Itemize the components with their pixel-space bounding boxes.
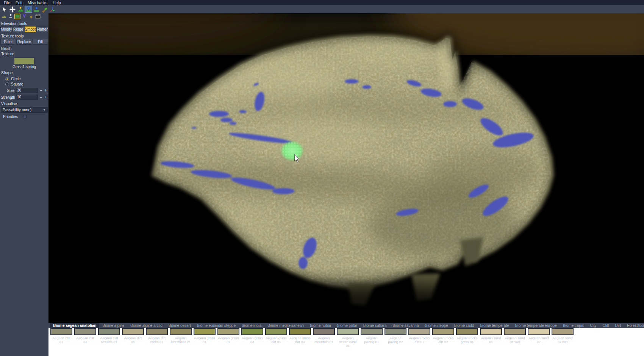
texture-item-aegean-rocks-grass-01[interactable]: Aegean rocks grass 01 [456, 328, 478, 344]
tab-biome-desert[interactable]: Biome desert [166, 323, 194, 328]
shape-square-option[interactable]: Square [5, 82, 48, 86]
select-tool-button[interactable] [1, 6, 8, 13]
texture-thumbnail[interactable] [385, 328, 406, 335]
texture-thumbnail[interactable] [265, 328, 287, 335]
texture-thumbnail[interactable] [289, 328, 311, 335]
tab-cliff[interactable]: Cliff [599, 323, 612, 328]
texture-item-aegean-sand-01-wet[interactable]: Aegean sand 01 wet [504, 328, 526, 344]
strength-decrement-button[interactable]: − [39, 95, 43, 99]
passability-dropdown[interactable]: Passability none) ▼ [1, 107, 48, 113]
texture-item-aegean-dirt-rocks-01[interactable]: Aegean dirt rocks 01 [146, 328, 168, 344]
axes-gizmo-button[interactable] [48, 6, 56, 13]
tab-biome-sudd[interactable]: Biome sudd [451, 323, 477, 328]
fill-button[interactable]: Fill [33, 39, 48, 45]
texture-item-aegean-rocks-dirt-01[interactable]: Aegean rocks dirt 01 [408, 328, 430, 344]
texture-thumbnail[interactable] [170, 328, 192, 335]
tab-biome-steppe[interactable]: Biome steppe [422, 323, 451, 328]
texture-thumbnail[interactable] [98, 328, 120, 335]
smooth-button[interactable]: Smooth [25, 26, 36, 32]
size-increment-button[interactable]: + [44, 88, 48, 93]
brush-texture-swatch[interactable] [14, 58, 34, 64]
flatten-button[interactable]: Flatten [36, 26, 48, 32]
texture-thumbnail[interactable] [313, 328, 335, 335]
menu-item-file[interactable]: File [1, 0, 13, 5]
circle-radio[interactable] [5, 77, 9, 81]
texture-thumbnail[interactable] [432, 328, 454, 335]
texture-thumbnail[interactable] [194, 328, 216, 335]
texture-thumbnail[interactable] [50, 328, 72, 335]
tab-biome-nubia[interactable]: Biome nubia [307, 323, 334, 328]
texture-item-aegean-grass-dirt-01[interactable]: Aegean grass dirt 01 [265, 328, 287, 344]
texture-paint-tool-button[interactable] [41, 6, 48, 13]
shape-circle-option[interactable]: Circle [5, 77, 48, 81]
texture-thumbnail[interactable] [241, 328, 263, 335]
terrain-overlay-button[interactable] [1, 14, 7, 19]
texture-item-aegean-cliff-01[interactable]: Aegean cliff 01 [50, 328, 72, 344]
texture-thumbnail[interactable] [146, 328, 168, 335]
lighting-overlay-button[interactable]: ☀ [28, 14, 34, 19]
cinematic-overlay-button[interactable] [35, 14, 41, 19]
tab-forestfloor[interactable]: Forestfloor [624, 323, 644, 328]
texture-thumbnail[interactable] [217, 328, 239, 335]
texture-item-aegean-forestfloor-01[interactable]: Aegean forestfloor 01 [170, 328, 192, 344]
tab-biome-aegean-anatolian[interactable]: Biome aegean anatolian [50, 323, 99, 328]
elevation-raise-tool-button[interactable] [17, 6, 24, 13]
menu-item-help[interactable]: Help [50, 0, 64, 5]
tab-biome-temperate-europe[interactable]: Biome temperate europe [512, 323, 560, 328]
texture-item-aegean-rocks-dirt-02[interactable]: Aegean rocks dirt 02 [432, 328, 454, 344]
texture-thumbnail[interactable] [361, 328, 383, 335]
replace-button[interactable]: Replace [16, 39, 32, 45]
texture-item-aegean-dirt-01[interactable]: Aegean dirt 01 [122, 328, 144, 344]
texture-thumbnail[interactable] [504, 328, 526, 335]
texture-item-aegean-grass-03[interactable]: Aegean grass 03 [241, 328, 263, 344]
tab-biome-alpine[interactable]: Biome alpine [99, 323, 127, 328]
strength-input[interactable]: 10 [16, 95, 38, 100]
priorities-checkbox[interactable] [23, 115, 27, 118]
water-overlay-button[interactable] [21, 14, 27, 19]
actor-viewer-button[interactable] [8, 14, 14, 19]
menu-item-edit[interactable]: Edit [13, 0, 25, 5]
size-input[interactable]: 30 [16, 88, 38, 93]
elevation-modify-tool-button[interactable] [25, 6, 32, 13]
texture-item-aegean-paving-02[interactable]: Aegean paving 02 [385, 328, 406, 344]
viewport-3d[interactable] [48, 13, 644, 323]
size-decrement-button[interactable]: − [39, 88, 43, 93]
move-camera-tool-button[interactable] [9, 6, 16, 13]
tab-biome-india[interactable]: Biome india [239, 323, 264, 328]
tab-biome-eurasian-steppe[interactable]: Biome eurasian steppe [194, 323, 239, 328]
square-radio[interactable] [5, 82, 9, 86]
texture-item-aegean-cliff-02[interactable]: Aegean cliff 02 [74, 328, 96, 344]
tab-biome-polar[interactable]: Biome polar [334, 323, 360, 328]
texture-item-aegean-grass-dirt-03[interactable]: Aegean grass dirt 03 [289, 328, 311, 344]
tab-dirt[interactable]: Dirt [612, 323, 624, 328]
elevation-smooth-tool-button[interactable] [33, 6, 40, 13]
tab-biome-temperate[interactable]: Biome temperate [477, 323, 512, 328]
modify-button[interactable]: Modify [0, 26, 12, 32]
texture-item-aegean-grass-01[interactable]: Aegean grass 01 [194, 328, 216, 344]
texture-overlay-button[interactable] [14, 14, 20, 19]
texture-thumbnail[interactable] [408, 328, 430, 335]
texture-thumbnail[interactable] [528, 328, 550, 335]
texture-thumbnail[interactable] [480, 328, 502, 335]
texture-item-aegean-ocean-coral-01[interactable]: Aegean ocean coral 01 [337, 328, 359, 348]
tab-biome-alpine-arctic[interactable]: Biome alpine arctic [127, 323, 165, 328]
texture-item-aegean-sand-01[interactable]: Aegean sand 01 [480, 328, 502, 344]
texture-item-aegean-grass-02[interactable]: Aegean grass 02 [217, 328, 239, 344]
texture-item-aegean-cliff-seaside-01[interactable]: Aegean cliff seaside 01 [98, 328, 120, 344]
ridge-button[interactable]: Ridge [13, 26, 24, 32]
texture-thumbnail[interactable] [122, 328, 144, 335]
tab-biome-tropic[interactable]: Biome tropic [560, 323, 587, 328]
paint-button[interactable]: Paint [0, 39, 16, 45]
tab-biome-sahara[interactable]: Biome sahara [360, 323, 390, 328]
menu-item-misc-hacks[interactable]: Misc hacks [25, 0, 50, 5]
texture-item-aegean-paving-01[interactable]: Aegean paving 01 [361, 328, 383, 344]
texture-item-aegean-sand-02[interactable]: Aegean sand 02 [528, 328, 550, 344]
texture-item-aegean-mountain-01[interactable]: Aegean mountain 01 [313, 328, 335, 344]
texture-thumbnail[interactable] [337, 328, 359, 335]
texture-thumbnail[interactable] [456, 328, 478, 335]
texture-item-aegean-sand-02-wet[interactable]: Aegean sand 02 wet [552, 328, 574, 344]
tab-biome-savanna[interactable]: Biome savanna [390, 323, 422, 328]
texture-thumbnail[interactable] [74, 328, 96, 335]
tab-city[interactable]: City [587, 323, 599, 328]
strength-increment-button[interactable]: + [44, 95, 48, 99]
